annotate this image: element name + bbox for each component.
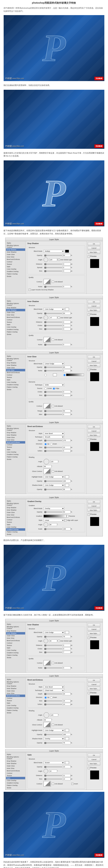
up-radio[interactable] [45, 443, 47, 445]
angle-dial[interactable] [44, 522, 48, 527]
spread-input[interactable] [63, 266, 71, 269]
sidebar-item[interactable]: Inner Glow [6, 637, 25, 639]
sidebar-item[interactable]: Bevel and Emboss [6, 258, 25, 260]
sidebar-item[interactable]: Styles [6, 242, 25, 244]
new-style-button[interactable]: New Style... [88, 508, 100, 512]
color-swatch[interactable] [65, 631, 69, 634]
range-input[interactable] [63, 409, 71, 412]
hopacity-input[interactable] [63, 733, 71, 736]
anti-alias-checkbox[interactable] [52, 339, 54, 341]
sidebar-item[interactable]: Drop Shadow [6, 362, 25, 364]
sidebar-item[interactable]: Drop Shadow [6, 506, 25, 509]
style-select[interactable]: Inner Bevel [44, 432, 64, 435]
sidebar-item[interactable]: Color Overlay [6, 381, 25, 383]
preview-checkbox[interactable] [88, 637, 90, 639]
sidebar-item-active[interactable]: Inner Shadow [6, 632, 25, 634]
color-radio[interactable] [45, 374, 47, 376]
sidebar-item[interactable]: Stroke [6, 333, 25, 336]
angle-dial[interactable] [44, 769, 48, 773]
slider[interactable] [44, 481, 62, 482]
slider[interactable] [44, 743, 62, 743]
sidebar-item[interactable]: Blending Options: Custom [6, 358, 25, 362]
sidebar-item[interactable]: Inner Shadow [6, 364, 25, 367]
align-checkbox[interactable] [64, 519, 66, 521]
slider[interactable] [44, 322, 62, 322]
cancel-button[interactable]: Cancel [88, 246, 100, 250]
sidebar-item[interactable]: Pattern Overlay [6, 273, 25, 275]
distance-input[interactable] [63, 262, 71, 266]
ok-button[interactable]: OK [88, 242, 100, 246]
hopacity-input[interactable] [63, 479, 71, 483]
sidebar-item[interactable]: Satin [6, 266, 25, 268]
gradient-picker[interactable] [44, 515, 66, 518]
cancel-button[interactable]: Cancel [88, 360, 100, 363]
color-swatch[interactable] [65, 250, 69, 253]
sidebar-item[interactable]: Color Overlay [6, 326, 25, 328]
angle-input[interactable] [49, 640, 57, 642]
highlight-mode-select[interactable]: Color Dodge [44, 729, 64, 732]
sidebar-item-active[interactable]: Inner Shadow [6, 309, 25, 311]
sidebar-item[interactable]: Bevel and Emboss [6, 639, 25, 642]
ok-button[interactable]: OK [88, 753, 100, 757]
cancel-button[interactable]: Cancel [88, 627, 100, 631]
sidebar-item[interactable]: Styles [6, 355, 25, 358]
size-input[interactable] [63, 328, 71, 330]
sidebar-item[interactable]: Styles [6, 425, 25, 427]
angle-input[interactable] [50, 714, 58, 716]
new-style-button[interactable]: New Style... [88, 309, 100, 312]
highlight-mode-select[interactable]: Color Dodge [44, 475, 64, 478]
slider[interactable] [44, 648, 62, 649]
contour-picker[interactable] [44, 660, 51, 666]
sidebar-item[interactable]: Outer Glow [6, 311, 25, 314]
depth-input[interactable] [63, 692, 71, 695]
cancel-button[interactable]: Cancel [88, 758, 100, 761]
blend-mode-select[interactable]: Overlay [44, 507, 64, 510]
size-input[interactable] [63, 270, 71, 272]
sidebar-item[interactable]: Texture [6, 774, 25, 777]
slider[interactable] [44, 652, 62, 653]
sidebar-item[interactable]: Inner Shadow [6, 509, 25, 511]
knockout-checkbox[interactable] [29, 289, 31, 291]
sidebar-item[interactable]: Color Overlay [6, 451, 25, 453]
sidebar-item[interactable]: Outer Glow [6, 436, 25, 439]
style-select[interactable]: Linear [44, 519, 64, 522]
angle-dial[interactable] [44, 315, 48, 320]
sidebar-item[interactable]: Texture [6, 376, 25, 379]
edge-radio[interactable] [53, 388, 55, 390]
sidebar-item[interactable]: Drop Shadow [6, 306, 25, 309]
color-swatch[interactable] [65, 729, 69, 732]
down-radio[interactable] [50, 696, 52, 699]
sidebar-item[interactable]: Bevel and Emboss [6, 770, 25, 772]
soften-input[interactable] [63, 703, 71, 706]
sidebar-item[interactable]: Bevel and Emboss [6, 516, 25, 519]
sidebar-item[interactable]: Color Overlay [6, 268, 25, 270]
jitter-input[interactable] [63, 413, 71, 416]
scale-input[interactable] [63, 528, 71, 530]
shadow-mode-select[interactable]: Color Dodge [44, 484, 64, 487]
center-radio[interactable] [45, 388, 47, 390]
slider[interactable] [44, 636, 62, 637]
sidebar-item[interactable]: Stroke [6, 656, 25, 659]
blend-mode-select[interactable]: Linear Dodge [44, 362, 64, 365]
color-swatch[interactable] [65, 308, 69, 311]
opacity-input[interactable] [63, 312, 71, 315]
blend-mode-select[interactable]: Screen [44, 761, 64, 764]
altitude-input[interactable] [44, 718, 52, 721]
shadow-mode-select[interactable]: Overlay [44, 737, 64, 740]
altitude-input[interactable] [44, 465, 52, 468]
sidebar-item[interactable]: Contour [6, 260, 25, 263]
sidebar-item[interactable]: Stroke [6, 712, 25, 714]
slider[interactable] [44, 414, 62, 415]
preview-checkbox[interactable] [88, 514, 90, 516]
sidebar-item[interactable]: Inner Glow [6, 514, 25, 516]
sidebar-item-active[interactable]: Bevel and Emboss [6, 694, 25, 697]
anti-alias-checkbox[interactable] [52, 405, 54, 407]
sidebar-item[interactable]: Color Overlay [6, 649, 25, 652]
sidebar-item[interactable]: Gradient Overlay [6, 383, 25, 386]
sidebar-item[interactable]: Gradient Overlay [6, 270, 25, 273]
sidebar-item[interactable]: Bevel and Emboss [6, 371, 25, 374]
slider[interactable] [44, 271, 62, 272]
sidebar-item-active[interactable]: Drop Shadow [6, 248, 25, 251]
sidebar-item[interactable]: Contour [6, 443, 25, 446]
preview-checkbox[interactable] [88, 255, 90, 258]
